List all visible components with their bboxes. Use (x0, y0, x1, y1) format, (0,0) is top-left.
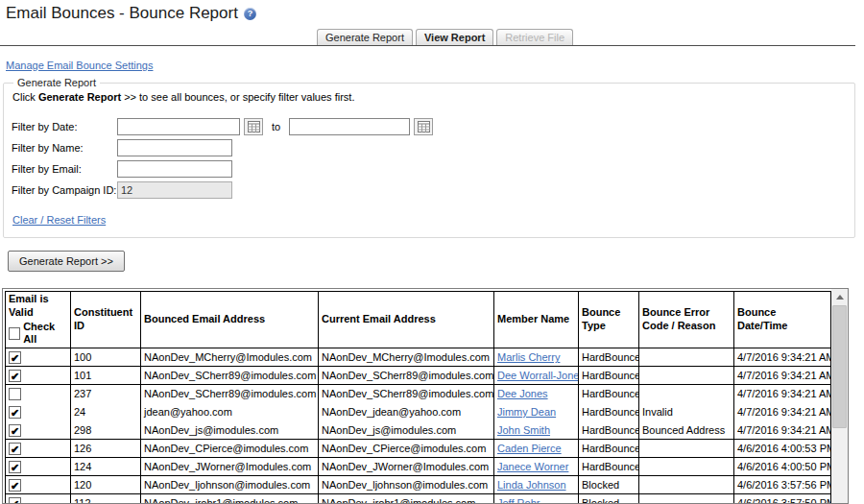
chevron-up-icon (836, 295, 844, 300)
bounce-type-cell: Blocked (579, 494, 639, 504)
filter-email-label: Filter by Email: (12, 163, 117, 175)
constituent-id-cell: 112 (71, 494, 141, 504)
bounce-error-reason-cell (639, 367, 734, 385)
constituent-id-cell: 124 (71, 458, 141, 476)
bounce-error-reason-cell (639, 385, 734, 403)
email-is-valid-cell: ✔ (6, 367, 71, 385)
date-to-calendar-button[interactable] (414, 118, 433, 135)
row-valid-checkbox[interactable]: ✔ (9, 351, 21, 364)
table-row: ✔24jdean@yahoo.comNAonDev_jdean@yahoo.co… (6, 403, 831, 421)
header-error-code: Bounce Error Code / Reason (639, 292, 734, 348)
member-name-link[interactable]: Janece Worner (497, 461, 568, 472)
bounce-type-cell: HardBounce (579, 367, 639, 385)
scrollbar-up-button[interactable] (831, 289, 848, 305)
member-name-link[interactable]: Dee Worrall-Jones (497, 370, 579, 381)
filter-campaign-input (117, 181, 232, 199)
page-title: Email Bounces - Bounce Report (6, 4, 238, 23)
calendar-icon (418, 121, 430, 132)
bounce-type-cell: HardBounce (579, 421, 639, 440)
member-name-link[interactable]: Jimmy Dean (497, 406, 556, 418)
manage-email-bounce-settings-link[interactable]: Manage Email Bounce Settings (6, 60, 153, 71)
constituent-id-cell: 101 (71, 367, 141, 385)
bounced-email-cell: NAonDev_CPierce@imodules.com (141, 440, 319, 458)
filter-date-label: Filter by Date: (12, 121, 117, 132)
bounce-datetime-cell: 4/6/2016 3:57:50 PM (734, 494, 831, 504)
row-valid-checkbox[interactable]: ✔ (9, 497, 21, 504)
bounce-type-cell: HardBounce (579, 403, 639, 421)
current-email-cell: NAonDev_SCherr89@imodules.com (319, 367, 494, 385)
member-name-cell: Dee Jones (494, 385, 579, 403)
header-bounce-datetime: Bounce Date/Time (734, 292, 831, 348)
row-valid-checkbox[interactable]: ✔ (9, 443, 21, 455)
bounce-error-reason-cell (639, 494, 734, 504)
bounced-email-cell: NAonDev_JWorner@Imodules.com (141, 458, 319, 476)
row-valid-checkbox[interactable]: ✔ (9, 370, 21, 382)
check-all-label: Check All (23, 321, 67, 348)
row-valid-checkbox[interactable]: ✔ (9, 461, 21, 473)
row-valid-checkbox[interactable]: ✔ (9, 424, 21, 437)
clear-reset-filters-link[interactable]: Clear / Reset Filters (12, 214, 106, 226)
generate-report-button[interactable]: Generate Report >> (8, 251, 125, 272)
filter-name-label: Filter by Name: (12, 142, 117, 154)
current-email-cell: NAonDev_SCherr89@imodules.com (319, 385, 494, 403)
date-to-label: to (272, 121, 280, 132)
date-from-input[interactable] (117, 118, 240, 135)
filter-name-input[interactable] (117, 139, 232, 156)
header-email-is-valid: Email is Valid Check All (6, 292, 71, 348)
help-icon[interactable]: ? (244, 8, 256, 20)
current-email-cell: NAonDev_js@imodules.com (319, 421, 494, 440)
date-to-input[interactable] (289, 118, 410, 135)
email-is-valid-cell: ✔ (6, 458, 71, 476)
bounce-error-reason-cell (639, 440, 734, 458)
bounced-email-cell: NAonDev_js@imodules.com (141, 421, 319, 440)
filter-campaign-row: Filter by Campaign ID: (12, 181, 847, 199)
header-current-email: Current Email Address (319, 292, 494, 348)
row-valid-checkbox[interactable]: ✔ (9, 406, 21, 419)
filter-email-input[interactable] (117, 160, 232, 178)
date-from-calendar-button[interactable] (244, 118, 263, 135)
table-row: ✔101NAonDev_SCherr89@imodules.comNAonDev… (6, 367, 831, 385)
table-row: ✔120NAonDev_ljohnson@imodules.comNAonDev… (6, 476, 831, 494)
bounce-error-reason-cell (639, 348, 734, 367)
table-row: ✔112NAonDev_jrohr1@imodules.comNAonDev_j… (6, 494, 831, 504)
member-name-link[interactable]: Marlis Cherry (497, 351, 560, 363)
bounce-datetime-cell: 4/6/2016 4:00:53 PM (734, 440, 831, 458)
row-valid-checkbox[interactable]: ✔ (9, 479, 21, 492)
member-name-cell: Janece Worner (494, 458, 579, 476)
bounced-email-cell: NAonDev_ljohnson@imodules.com (141, 476, 319, 494)
row-valid-checkbox[interactable] (9, 388, 21, 400)
vertical-scrollbar[interactable] (831, 289, 848, 503)
member-name-link[interactable]: Linda Johnson (497, 479, 566, 491)
tab-retrieve-file: Retrieve File (496, 29, 573, 45)
instructions-text: Click Generate Report >> to see all boun… (12, 91, 847, 103)
member-name-link[interactable]: John Smith (497, 424, 550, 436)
bounce-error-reason-cell: Invalid (639, 403, 734, 421)
email-is-valid-cell: ✔ (6, 494, 71, 504)
bounce-report-table: Email is Valid Check All Constituent ID … (5, 291, 831, 504)
table-row: ✔298NAonDev_js@imodules.comNAonDev_js@im… (6, 421, 831, 440)
check-all-checkbox[interactable] (9, 327, 20, 340)
header-member-name: Member Name (494, 292, 579, 348)
member-name-link[interactable]: Jeff Rohr (497, 497, 540, 504)
header-bounced-email: Bounced Email Address (141, 292, 319, 348)
email-is-valid-cell (6, 385, 71, 403)
tab-generate-report[interactable]: Generate Report (317, 29, 413, 45)
tab-bar: Generate ReportView ReportRetrieve File (317, 29, 573, 45)
current-email-cell: NAonDev_jrohr1@imodules.com (319, 494, 494, 504)
table-row: ✔124NAonDev_JWorner@Imodules.comNAonDev_… (6, 458, 831, 476)
bounced-email-cell: NAonDev_MCherry@Imodules.com (141, 348, 319, 367)
email-is-valid-cell: ✔ (6, 476, 71, 494)
bounce-type-cell: HardBounce (579, 385, 639, 403)
member-name-link[interactable]: Caden Pierce (497, 443, 562, 454)
current-email-cell: NAonDev_CPierce@imodules.com (319, 440, 494, 458)
bounce-datetime-cell: 4/7/2016 9:34:21 AM (734, 385, 831, 403)
tab-view-report[interactable]: View Report (416, 29, 493, 45)
bounce-type-cell: Blocked (579, 476, 639, 494)
member-name-link[interactable]: Dee Jones (497, 388, 548, 399)
bounce-datetime-cell: 4/6/2016 3:57:56 PM (734, 476, 831, 494)
scrollbar-thumb[interactable] (832, 305, 847, 428)
tab-divider-line (0, 45, 855, 46)
bounced-email-cell: NAonDev_jrohr1@imodules.com (141, 494, 319, 504)
current-email-cell: NAonDev_jdean@yahoo.com (319, 403, 494, 421)
bounce-datetime-cell: 4/7/2016 9:34:21 AM (734, 348, 831, 367)
